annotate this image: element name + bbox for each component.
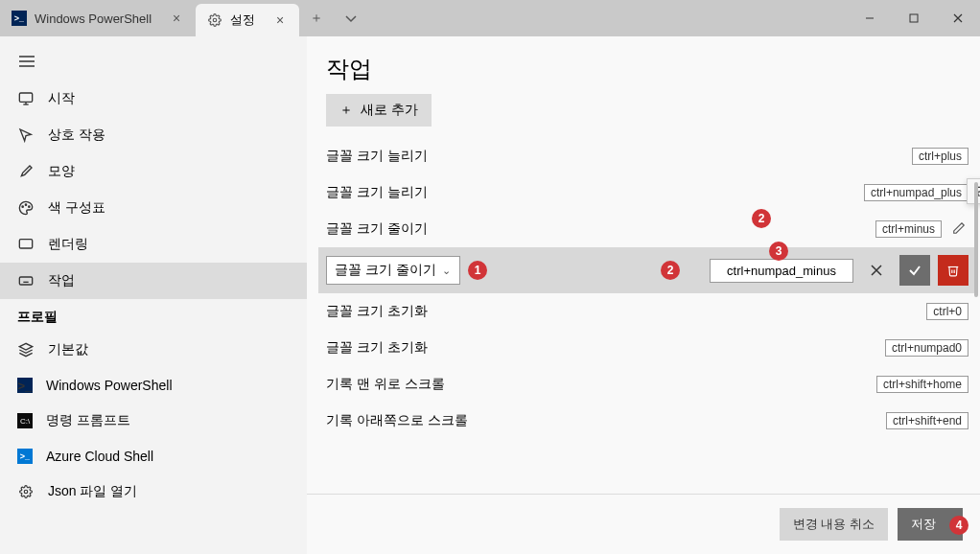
main-panel: 작업 ＋ 새로 추가 글꼴 크기 늘리기 ctrl+plus 글꼴 크기 늘리기… <box>307 36 980 554</box>
sidebar-item-open-json[interactable]: Json 파일 열기 <box>0 473 307 510</box>
sidebar-item-label: 모양 <box>48 163 75 180</box>
annotation-badge: 2 <box>752 209 771 228</box>
palette-icon <box>17 199 35 217</box>
annotation-badge: 4 <box>949 516 968 535</box>
new-tab-button[interactable]: ＋ <box>299 0 334 36</box>
action-row[interactable]: 글꼴 크기 초기화 ctrl+numpad0 <box>326 330 968 366</box>
svg-point-10 <box>25 204 26 205</box>
action-row[interactable]: 글꼴 크기 초기화 ctrl+0 <box>326 293 968 330</box>
sidebar-item-startup[interactable]: 시작 <box>0 81 307 117</box>
tab-title: 설정 <box>230 12 255 29</box>
key-binding: ctrl+numpad_plus <box>864 184 968 201</box>
sidebar-item-profile-azure[interactable]: >_ Azure Cloud Shell <box>0 439 307 473</box>
action-row[interactable]: 글꼴 크기 늘리기 ctrl+plus <box>326 138 968 174</box>
annotation-badge: 1 <box>468 261 487 280</box>
delete-button[interactable] <box>938 255 968 286</box>
sidebar-section-heading: 프로필 <box>0 299 307 332</box>
sidebar-item-label: 기본값 <box>48 341 88 358</box>
actions-list: ＋ 새로 추가 글꼴 크기 늘리기 ctrl+plus 글꼴 크기 늘리기 ct… <box>307 94 980 494</box>
svg-marker-19 <box>19 343 32 350</box>
tab-powershell[interactable]: >_ Windows PowerShell × <box>0 0 196 36</box>
action-row-editing: 글꼴 크기 줄이기 ⌄ 1 ctrl+numpad_minus 2 3 <box>318 247 976 293</box>
sidebar-item-colorschemes[interactable]: 색 구성표 <box>0 190 307 226</box>
key-binding: ctrl+plus <box>912 148 968 165</box>
plus-icon: ＋ <box>339 102 353 119</box>
key-binding: ctrl+numpad0 <box>885 339 968 357</box>
svg-point-9 <box>22 206 23 207</box>
svg-rect-12 <box>19 240 32 248</box>
minimize-button[interactable] <box>848 0 892 36</box>
add-new-label: 새로 추가 <box>361 102 418 119</box>
hamburger-button[interactable] <box>0 44 307 81</box>
window-controls <box>848 0 980 36</box>
add-new-button[interactable]: ＋ 새로 추가 <box>326 94 432 127</box>
action-label: 글꼴 크기 늘리기 <box>326 184 856 201</box>
save-button[interactable]: 저장 4 <box>898 508 963 541</box>
svg-rect-13 <box>19 277 32 285</box>
key-binding: ctrl+shift+end <box>886 412 968 429</box>
pencil-icon[interactable] <box>949 221 968 238</box>
action-label: 기록 아래쪽으로 스크롤 <box>326 412 878 429</box>
tab-settings[interactable]: 설정 × <box>196 4 299 36</box>
key-binding: ctrl+shift+home <box>876 376 968 393</box>
footer-bar: 변경 내용 취소 저장 4 <box>307 494 980 554</box>
display-icon <box>17 236 35 253</box>
action-label: 글꼴 크기 초기화 <box>326 303 919 320</box>
sidebar-item-profile-ps[interactable]: >_ Windows PowerShell <box>0 368 307 403</box>
sidebar-item-label: Azure Cloud Shell <box>46 449 153 464</box>
tab-title: Windows PowerShell <box>35 12 152 26</box>
sidebar-item-label: 명령 프롬프트 <box>46 412 130 429</box>
cursor-icon <box>17 127 35 144</box>
sidebar-item-label: 시작 <box>48 90 75 107</box>
close-window-button[interactable] <box>936 0 980 36</box>
close-icon[interactable]: × <box>169 11 184 26</box>
sidebar-item-actions[interactable]: 작업 <box>0 263 307 299</box>
accept-edit-button[interactable] <box>899 255 930 286</box>
sidebar-item-label: 작업 <box>48 272 75 289</box>
azure-icon: >_ <box>17 449 33 464</box>
cancel-edit-button[interactable] <box>861 255 892 286</box>
powershell-icon: >_ <box>17 378 33 393</box>
action-dropdown[interactable]: 글꼴 크기 줄이기 ⌄ <box>326 256 460 285</box>
sidebar-item-interaction[interactable]: 상호 작용 <box>0 117 307 153</box>
key-binding-input[interactable]: ctrl+numpad_minus <box>710 259 853 283</box>
page-title: 작업 <box>307 36 980 94</box>
cmd-icon: C:\ <box>17 413 33 428</box>
sidebar: 시작 상호 작용 모양 색 구성표 렌더링 <box>0 36 307 554</box>
tab-dropdown-button[interactable] <box>334 0 368 36</box>
chevron-down-icon: ⌄ <box>442 265 451 277</box>
powershell-icon: >_ <box>12 11 27 26</box>
close-icon[interactable]: × <box>272 12 288 28</box>
sidebar-item-defaults[interactable]: 기본값 <box>0 332 307 368</box>
sidebar-item-rendering[interactable]: 렌더링 <box>0 226 307 263</box>
action-label: 기록 맨 위로 스크롤 <box>326 376 869 393</box>
key-binding: ctrl+0 <box>926 303 968 320</box>
sidebar-item-label: 렌더링 <box>48 236 88 253</box>
svg-point-0 <box>213 18 217 22</box>
action-label: 글꼴 크기 초기화 <box>326 339 877 357</box>
sidebar-item-appearance[interactable]: 모양 <box>0 153 307 190</box>
maximize-button[interactable] <box>892 0 936 36</box>
sidebar-item-label: Json 파일 열기 <box>48 483 137 500</box>
sidebar-item-profile-cmd[interactable]: C:\ 명령 프롬프트 <box>0 403 307 439</box>
sidebar-item-label: 상호 작용 <box>48 127 105 144</box>
action-row[interactable]: 기록 맨 위로 스크롤 ctrl+shift+home <box>326 366 968 403</box>
sidebar-item-label: Windows PowerShell <box>46 378 173 393</box>
scrollbar[interactable] <box>974 182 978 297</box>
monitor-icon <box>17 90 35 107</box>
action-label: 글꼴 크기 줄이기 <box>326 220 868 238</box>
action-row[interactable]: 기록 아래쪽으로 스크롤 ctrl+shift+end <box>326 403 968 439</box>
brush-icon <box>17 163 35 180</box>
svg-rect-2 <box>910 14 918 22</box>
discard-button[interactable]: 변경 내용 취소 <box>780 508 888 541</box>
action-row[interactable]: 글꼴 크기 늘리기 ctrl+numpad_plus 편집 <box>326 174 968 211</box>
sidebar-item-label: 색 구성표 <box>48 199 105 217</box>
keyboard-icon <box>17 272 35 289</box>
gear-icon <box>207 12 222 28</box>
content-area: 시작 상호 작용 모양 색 구성표 렌더링 <box>0 36 980 554</box>
annotation-badge: 3 <box>769 242 788 261</box>
annotation-badge: 2 <box>661 261 680 280</box>
key-binding: ctrl+minus <box>875 220 942 238</box>
action-row[interactable]: 글꼴 크기 줄이기 ctrl+minus 2 <box>326 211 968 247</box>
svg-rect-6 <box>19 93 32 102</box>
